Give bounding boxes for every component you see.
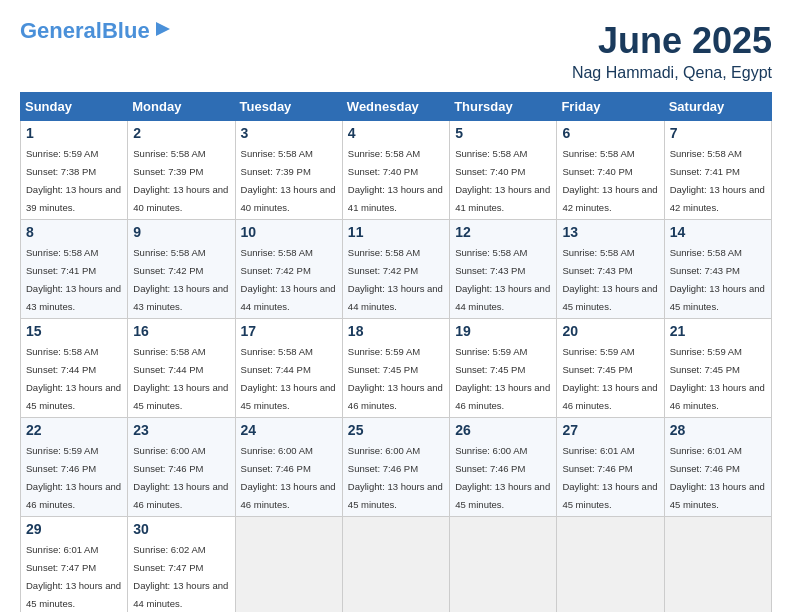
day-info: Sunrise: 5:58 AMSunset: 7:42 PMDaylight:… [241, 247, 336, 312]
logo-text: GeneralBlue [20, 20, 150, 42]
table-row: 2 Sunrise: 5:58 AMSunset: 7:39 PMDayligh… [128, 121, 235, 220]
day-number: 30 [133, 521, 229, 537]
day-number: 14 [670, 224, 766, 240]
table-row: 20 Sunrise: 5:59 AMSunset: 7:45 PMDaylig… [557, 319, 664, 418]
header-friday: Friday [557, 93, 664, 121]
day-number: 4 [348, 125, 444, 141]
day-number: 7 [670, 125, 766, 141]
table-row: 12 Sunrise: 5:58 AMSunset: 7:43 PMDaylig… [450, 220, 557, 319]
table-row: 10 Sunrise: 5:58 AMSunset: 7:42 PMDaylig… [235, 220, 342, 319]
day-info: Sunrise: 6:01 AMSunset: 7:46 PMDaylight:… [562, 445, 657, 510]
day-info: Sunrise: 5:58 AMSunset: 7:39 PMDaylight:… [133, 148, 228, 213]
table-row: 6 Sunrise: 5:58 AMSunset: 7:40 PMDayligh… [557, 121, 664, 220]
day-number: 2 [133, 125, 229, 141]
day-info: Sunrise: 6:01 AMSunset: 7:47 PMDaylight:… [26, 544, 121, 609]
table-row: 13 Sunrise: 5:58 AMSunset: 7:43 PMDaylig… [557, 220, 664, 319]
table-row: 26 Sunrise: 6:00 AMSunset: 7:46 PMDaylig… [450, 418, 557, 517]
table-row: 16 Sunrise: 5:58 AMSunset: 7:44 PMDaylig… [128, 319, 235, 418]
day-number: 21 [670, 323, 766, 339]
table-row: 25 Sunrise: 6:00 AMSunset: 7:46 PMDaylig… [342, 418, 449, 517]
day-info: Sunrise: 5:58 AMSunset: 7:41 PMDaylight:… [670, 148, 765, 213]
day-number: 17 [241, 323, 337, 339]
table-row: 27 Sunrise: 6:01 AMSunset: 7:46 PMDaylig… [557, 418, 664, 517]
day-info: Sunrise: 5:59 AMSunset: 7:38 PMDaylight:… [26, 148, 121, 213]
title-block: June 2025 Nag Hammadi, Qena, Egypt [572, 20, 772, 82]
calendar-table: Sunday Monday Tuesday Wednesday Thursday… [20, 92, 772, 612]
header-row: Sunday Monday Tuesday Wednesday Thursday… [21, 93, 772, 121]
day-info: Sunrise: 6:00 AMSunset: 7:46 PMDaylight:… [241, 445, 336, 510]
header-sunday: Sunday [21, 93, 128, 121]
day-number: 5 [455, 125, 551, 141]
header-tuesday: Tuesday [235, 93, 342, 121]
day-number: 20 [562, 323, 658, 339]
day-info: Sunrise: 5:58 AMSunset: 7:44 PMDaylight:… [133, 346, 228, 411]
header-thursday: Thursday [450, 93, 557, 121]
month-title: June 2025 [572, 20, 772, 62]
table-row: 22 Sunrise: 5:59 AMSunset: 7:46 PMDaylig… [21, 418, 128, 517]
day-number: 22 [26, 422, 122, 438]
day-info: Sunrise: 5:59 AMSunset: 7:46 PMDaylight:… [26, 445, 121, 510]
logo-arrow-icon [152, 18, 174, 40]
table-row: 18 Sunrise: 5:59 AMSunset: 7:45 PMDaylig… [342, 319, 449, 418]
day-info: Sunrise: 6:00 AMSunset: 7:46 PMDaylight:… [348, 445, 443, 510]
table-row [664, 517, 771, 613]
day-info: Sunrise: 5:59 AMSunset: 7:45 PMDaylight:… [670, 346, 765, 411]
day-info: Sunrise: 5:58 AMSunset: 7:43 PMDaylight:… [562, 247, 657, 312]
day-number: 8 [26, 224, 122, 240]
table-row: 1 Sunrise: 5:59 AMSunset: 7:38 PMDayligh… [21, 121, 128, 220]
day-number: 24 [241, 422, 337, 438]
day-number: 18 [348, 323, 444, 339]
table-row: 4 Sunrise: 5:58 AMSunset: 7:40 PMDayligh… [342, 121, 449, 220]
table-row [342, 517, 449, 613]
table-row: 23 Sunrise: 6:00 AMSunset: 7:46 PMDaylig… [128, 418, 235, 517]
day-number: 10 [241, 224, 337, 240]
day-info: Sunrise: 6:01 AMSunset: 7:46 PMDaylight:… [670, 445, 765, 510]
page-header: GeneralBlue June 2025 Nag Hammadi, Qena,… [20, 20, 772, 82]
table-row: 19 Sunrise: 5:59 AMSunset: 7:45 PMDaylig… [450, 319, 557, 418]
day-number: 15 [26, 323, 122, 339]
table-row: 11 Sunrise: 5:58 AMSunset: 7:42 PMDaylig… [342, 220, 449, 319]
day-info: Sunrise: 5:58 AMSunset: 7:39 PMDaylight:… [241, 148, 336, 213]
location: Nag Hammadi, Qena, Egypt [572, 64, 772, 82]
day-info: Sunrise: 5:58 AMSunset: 7:43 PMDaylight:… [670, 247, 765, 312]
day-number: 23 [133, 422, 229, 438]
table-row: 5 Sunrise: 5:58 AMSunset: 7:40 PMDayligh… [450, 121, 557, 220]
day-info: Sunrise: 5:59 AMSunset: 7:45 PMDaylight:… [455, 346, 550, 411]
table-row: 8 Sunrise: 5:58 AMSunset: 7:41 PMDayligh… [21, 220, 128, 319]
table-row [557, 517, 664, 613]
table-row: 9 Sunrise: 5:58 AMSunset: 7:42 PMDayligh… [128, 220, 235, 319]
day-number: 28 [670, 422, 766, 438]
day-number: 29 [26, 521, 122, 537]
table-row [450, 517, 557, 613]
logo: GeneralBlue [20, 20, 174, 42]
table-row: 17 Sunrise: 5:58 AMSunset: 7:44 PMDaylig… [235, 319, 342, 418]
day-number: 25 [348, 422, 444, 438]
table-row [235, 517, 342, 613]
table-row: 21 Sunrise: 5:59 AMSunset: 7:45 PMDaylig… [664, 319, 771, 418]
header-wednesday: Wednesday [342, 93, 449, 121]
day-number: 27 [562, 422, 658, 438]
day-info: Sunrise: 6:00 AMSunset: 7:46 PMDaylight:… [133, 445, 228, 510]
table-row: 30 Sunrise: 6:02 AMSunset: 7:47 PMDaylig… [128, 517, 235, 613]
day-number: 11 [348, 224, 444, 240]
day-info: Sunrise: 5:58 AMSunset: 7:43 PMDaylight:… [455, 247, 550, 312]
table-row: 24 Sunrise: 6:00 AMSunset: 7:46 PMDaylig… [235, 418, 342, 517]
table-row: 28 Sunrise: 6:01 AMSunset: 7:46 PMDaylig… [664, 418, 771, 517]
day-number: 12 [455, 224, 551, 240]
header-monday: Monday [128, 93, 235, 121]
day-number: 26 [455, 422, 551, 438]
day-number: 19 [455, 323, 551, 339]
day-info: Sunrise: 6:02 AMSunset: 7:47 PMDaylight:… [133, 544, 228, 609]
day-info: Sunrise: 5:58 AMSunset: 7:40 PMDaylight:… [562, 148, 657, 213]
day-info: Sunrise: 5:58 AMSunset: 7:42 PMDaylight:… [133, 247, 228, 312]
day-number: 3 [241, 125, 337, 141]
table-row: 15 Sunrise: 5:58 AMSunset: 7:44 PMDaylig… [21, 319, 128, 418]
table-row: 29 Sunrise: 6:01 AMSunset: 7:47 PMDaylig… [21, 517, 128, 613]
svg-marker-0 [156, 22, 170, 36]
day-info: Sunrise: 5:58 AMSunset: 7:44 PMDaylight:… [241, 346, 336, 411]
day-number: 16 [133, 323, 229, 339]
day-number: 13 [562, 224, 658, 240]
table-row: 3 Sunrise: 5:58 AMSunset: 7:39 PMDayligh… [235, 121, 342, 220]
day-info: Sunrise: 5:58 AMSunset: 7:44 PMDaylight:… [26, 346, 121, 411]
day-number: 9 [133, 224, 229, 240]
